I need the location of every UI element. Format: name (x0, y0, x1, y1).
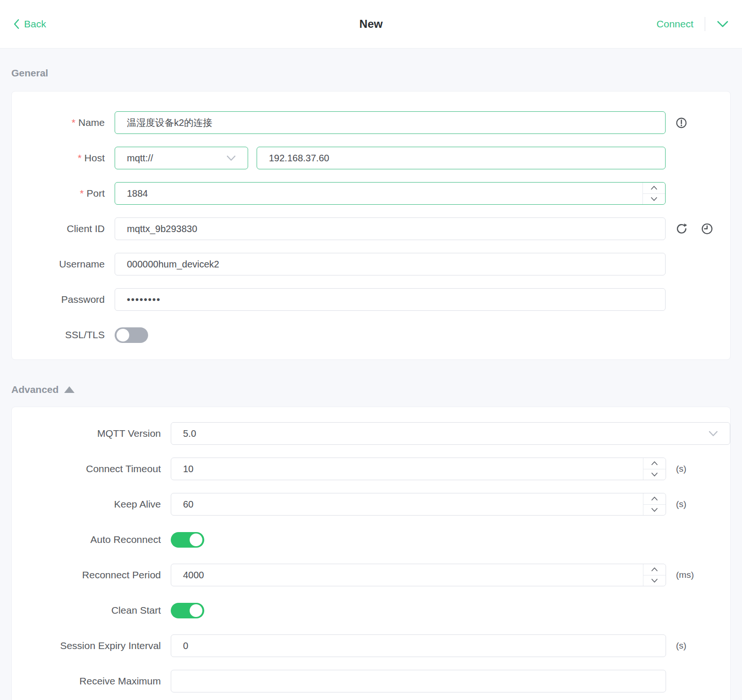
unit-label: (s) (676, 499, 686, 509)
back-button[interactable]: Back (13, 18, 46, 30)
connect-timeout-input[interactable] (171, 458, 666, 480)
receive-maximum-label: Receive Maximum (12, 675, 161, 687)
toggle-knob (117, 329, 129, 342)
stepper-up-button[interactable] (643, 564, 666, 575)
password-label: Password (12, 294, 105, 305)
client-id-label: Client ID (12, 223, 105, 234)
triangle-up-icon (64, 386, 75, 393)
advanced-card: MQTT Version 5.0 Connect Timeout (11, 407, 731, 700)
general-section-title: General (11, 67, 731, 79)
mqtt-version-label: MQTT Version (12, 428, 161, 439)
clock-icon[interactable] (701, 223, 713, 235)
ssl-row: SSL/TLS (12, 324, 730, 346)
connect-button[interactable]: Connect (657, 18, 693, 30)
stepper-down-button[interactable] (643, 469, 666, 480)
mqtt-version-select[interactable]: 5.0 (171, 422, 730, 445)
name-input[interactable] (115, 111, 666, 134)
clean-start-label: Clean Start (12, 605, 161, 616)
unit-label: (ms) (676, 570, 694, 580)
divider (705, 17, 705, 31)
stepper-down-button[interactable] (643, 505, 666, 516)
clean-start-row: Clean Start (12, 599, 730, 622)
username-label: Username (12, 258, 105, 270)
reconnect-period-stepper (643, 564, 666, 586)
stepper-down-button[interactable] (643, 575, 666, 586)
required-marker: * (78, 152, 82, 163)
connect-timeout-stepper (643, 458, 666, 480)
keep-alive-row: Keep Alive (s) (12, 493, 730, 516)
required-marker: * (80, 188, 83, 199)
port-stepper (642, 183, 665, 204)
password-input[interactable] (115, 288, 666, 311)
client-id-row: Client ID (12, 217, 730, 240)
advanced-section-title[interactable]: Advanced (11, 384, 731, 395)
port-input[interactable] (115, 182, 666, 205)
unit-label: (s) (676, 641, 686, 651)
username-input[interactable] (115, 253, 666, 275)
unit-label: (s) (676, 464, 686, 474)
receive-maximum-row: Receive Maximum (12, 670, 730, 692)
host-address-input[interactable] (257, 147, 666, 169)
connect-timeout-row: Connect Timeout (s) (12, 458, 730, 480)
page-title: New (0, 17, 742, 31)
back-label: Back (24, 18, 46, 30)
refresh-icon[interactable] (675, 223, 688, 235)
port-label: *Port (12, 188, 105, 199)
receive-maximum-input[interactable] (171, 670, 666, 692)
keep-alive-input[interactable] (171, 493, 666, 516)
stepper-up-button[interactable] (643, 183, 665, 194)
reconnect-period-input[interactable] (171, 564, 666, 586)
stepper-down-button[interactable] (643, 194, 665, 205)
auto-reconnect-label: Auto Reconnect (12, 534, 161, 545)
name-row: *Name (12, 111, 730, 134)
ssl-toggle[interactable] (115, 327, 148, 343)
toggle-knob (190, 533, 202, 546)
reconnect-period-label: Reconnect Period (12, 569, 161, 581)
clean-start-toggle[interactable] (171, 603, 204, 618)
chevron-down-icon (226, 155, 236, 161)
top-bar: Back New Connect (0, 0, 742, 49)
name-label: *Name (12, 117, 105, 128)
username-row: Username (12, 253, 730, 275)
client-id-input[interactable] (115, 217, 666, 240)
mqtt-version-value: 5.0 (183, 428, 196, 439)
auto-reconnect-toggle[interactable] (171, 532, 204, 548)
auto-reconnect-row: Auto Reconnect (12, 528, 730, 551)
reconnect-period-row: Reconnect Period (ms) (12, 564, 730, 586)
stepper-up-button[interactable] (643, 458, 666, 469)
keep-alive-label: Keep Alive (12, 499, 161, 510)
toggle-knob (190, 604, 202, 617)
host-protocol-value: mqtt:// (127, 153, 153, 164)
keep-alive-stepper (643, 493, 666, 515)
port-row: *Port (12, 182, 730, 205)
required-marker: * (72, 117, 75, 128)
connect-timeout-label: Connect Timeout (12, 463, 161, 475)
host-protocol-select[interactable]: mqtt:// (115, 147, 248, 169)
host-label: *Host (12, 152, 105, 164)
general-card: *Name *Host mqtt:// (11, 91, 731, 360)
session-expiry-label: Session Expiry Interval (12, 640, 161, 651)
password-row: Password (12, 288, 730, 311)
chevron-down-icon (709, 431, 718, 437)
stepper-up-button[interactable] (643, 493, 666, 505)
ssl-label: SSL/TLS (12, 329, 105, 341)
info-circle-icon[interactable] (675, 117, 687, 129)
chevron-left-icon (13, 19, 20, 29)
chevron-down-icon[interactable] (717, 20, 729, 28)
mqtt-version-row: MQTT Version 5.0 (12, 422, 730, 445)
session-expiry-row: Session Expiry Interval (s) (12, 634, 730, 657)
session-expiry-input[interactable] (171, 634, 666, 657)
host-row: *Host mqtt:// (12, 147, 730, 169)
